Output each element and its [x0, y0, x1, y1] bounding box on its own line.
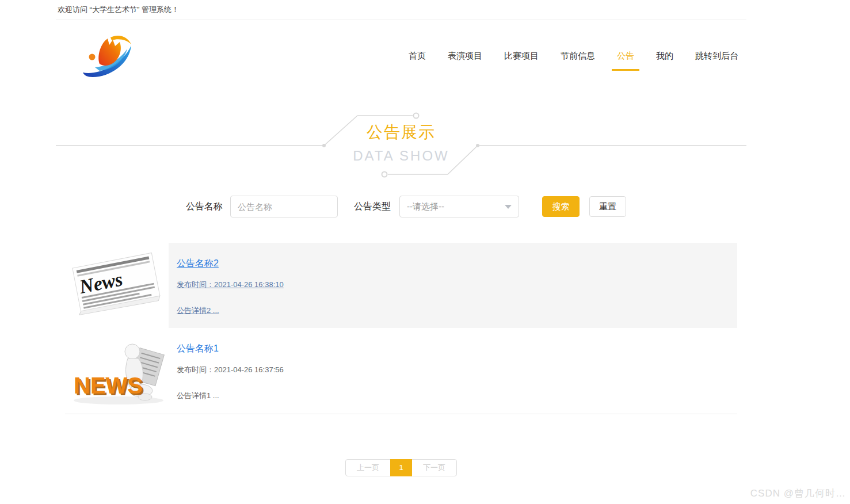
current-page-button[interactable]: 1: [390, 459, 412, 476]
announcement-name-label: 公告名称: [186, 201, 223, 213]
nav-item-home[interactable]: 首页: [409, 51, 426, 62]
page-title: 公告展示: [56, 121, 746, 143]
nav-item-announcements[interactable]: 公告: [617, 51, 634, 62]
announcement-thumbnail[interactable]: News: [65, 243, 169, 328]
nav-item-performance-projects[interactable]: 表演项目: [448, 51, 482, 62]
select-placeholder: --请选择--: [407, 201, 444, 212]
nav-item-go-to-backend[interactable]: 跳转到后台: [695, 51, 738, 62]
announcement-info: 公告名称1 发布时间：2021-04-26 16:37:56 公告详情1 ...: [177, 328, 284, 414]
nav-item-mine[interactable]: 我的: [656, 51, 673, 62]
announcement-row[interactable]: NEWS NEWS 公告名称1 发布时间：2021-04-26 16:37:56…: [65, 328, 737, 414]
announcement-type-select[interactable]: --请选择--: [399, 196, 519, 217]
art-festival-logo-icon[interactable]: [79, 33, 136, 79]
announcement-list: News 公告名称2 发布时间：2021-04-26 16:38:10 公告详情…: [65, 243, 737, 414]
announcement-publish-time[interactable]: 发布时间：2021-04-26 16:37:56: [177, 365, 284, 375]
welcome-text: 欢迎访问 “大学生艺术节” 管理系统！: [58, 5, 179, 15]
chevron-down-icon: [505, 205, 512, 209]
news-figure-image-icon: NEWS NEWS: [68, 335, 166, 407]
search-form: 公告名称 公告类型 --请选择-- 搜索 重置: [56, 196, 746, 217]
main-nav: 首页 表演项目 比赛项目 节前信息 公告 我的 跳转到后台: [409, 51, 738, 62]
announcement-thumbnail[interactable]: NEWS NEWS: [65, 328, 169, 414]
welcome-bar: 欢迎访问 “大学生艺术节” 管理系统！: [56, 0, 746, 20]
announcement-name-input[interactable]: [230, 196, 338, 217]
logo-swoosh-icon: [79, 33, 136, 79]
news-3d-text: NEWS: [74, 373, 143, 398]
announcement-detail-link[interactable]: 公告详情1 ...: [177, 391, 284, 401]
announcement-detail-link[interactable]: 公告详情2 ...: [177, 306, 284, 316]
csdn-watermark: CSDN @曾几何时…: [750, 487, 846, 500]
announcement-title-link[interactable]: 公告名称1: [177, 343, 284, 355]
announcement-title-link[interactable]: 公告名称2: [177, 258, 284, 270]
nav-item-competition-projects[interactable]: 比赛项目: [504, 51, 539, 62]
newspaper-image-icon: News: [68, 250, 165, 321]
page-subtitle: DATA SHOW: [56, 148, 746, 164]
nav-item-pre-festival-info[interactable]: 节前信息: [561, 51, 595, 62]
header: 首页 表演项目 比赛项目 节前信息 公告 我的 跳转到后台: [56, 20, 746, 91]
announcement-info: 公告名称2 发布时间：2021-04-26 16:38:10 公告详情2 ...: [177, 243, 284, 328]
announcement-type-label: 公告类型: [354, 201, 391, 213]
announcement-publish-time[interactable]: 发布时间：2021-04-26 16:38:10: [177, 280, 284, 290]
next-page-button[interactable]: 下一页: [411, 459, 457, 476]
pagination: 上一页 1 下一页: [345, 459, 457, 476]
prev-page-button[interactable]: 上一页: [345, 459, 391, 476]
search-button[interactable]: 搜索: [542, 196, 580, 217]
reset-button[interactable]: 重置: [589, 196, 626, 217]
announcement-row[interactable]: News 公告名称2 发布时间：2021-04-26 16:38:10 公告详情…: [65, 243, 737, 328]
section-header: 公告展示 DATA SHOW: [56, 112, 746, 181]
